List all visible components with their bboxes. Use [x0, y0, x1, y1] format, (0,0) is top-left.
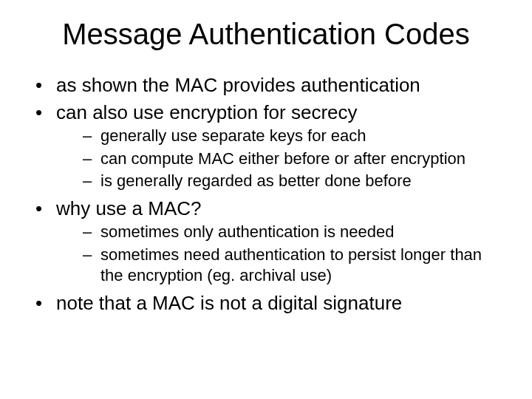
sub-bullet-item: sometimes only authentication is needed	[83, 222, 502, 243]
sub-bullet-item: is generally regarded as better done bef…	[83, 171, 502, 192]
bullet-text: can also use encryption for secrecy	[56, 101, 358, 123]
bullet-item: can also use encryption for secrecy gene…	[35, 100, 502, 192]
bullet-item: why use a MAC? sometimes only authentica…	[35, 197, 502, 287]
bullet-item: note that a MAC is not a digital signatu…	[35, 291, 502, 316]
slide: Message Authentication Codes as shown th…	[0, 0, 532, 399]
sub-bullet-item: generally use separate keys for each	[83, 126, 502, 147]
bullet-list: as shown the MAC provides authentication…	[30, 73, 502, 316]
bullet-item: as shown the MAC provides authentication	[35, 73, 502, 98]
sub-bullet-item: sometimes need authentication to persist…	[83, 245, 502, 287]
bullet-text: note that a MAC is not a digital signatu…	[56, 292, 402, 314]
sub-bullet-list: sometimes only authentication is needed …	[56, 222, 502, 287]
bullet-text: as shown the MAC provides authentication	[56, 74, 420, 96]
sub-bullet-list: generally use separate keys for each can…	[56, 126, 502, 192]
sub-bullet-item: can compute MAC either before or after e…	[83, 149, 502, 170]
bullet-text: why use a MAC?	[56, 197, 202, 219]
slide-title: Message Authentication Codes	[30, 18, 502, 51]
